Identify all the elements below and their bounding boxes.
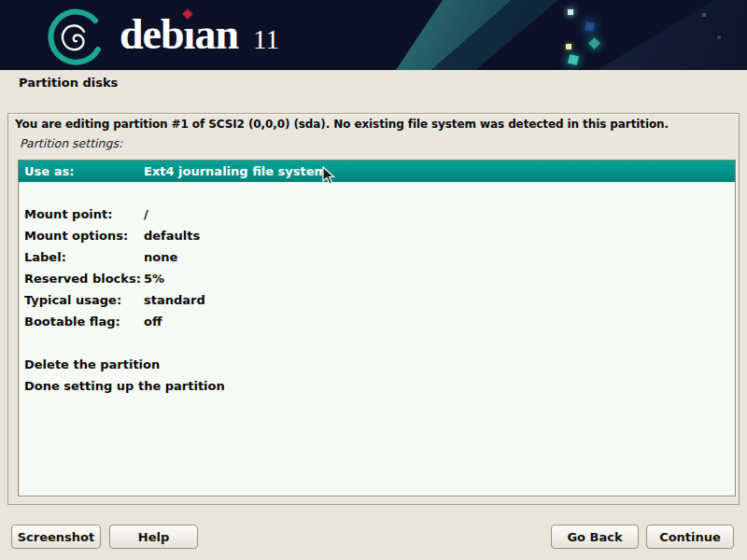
- list-item[interactable]: Mount options:defaults: [19, 225, 735, 246]
- setting-label: Mount point:: [19, 207, 144, 221]
- list-item[interactable]: Use as:Ext4 journaling file system: [19, 161, 735, 182]
- setting-label: Delete the partition: [19, 357, 144, 371]
- sparkle-icon: [568, 54, 579, 65]
- list-item[interactable]: Done setting up the partition: [19, 375, 735, 397]
- screenshot-button[interactable]: Screenshot: [11, 525, 101, 549]
- setting-value: standard: [144, 293, 735, 307]
- partition-settings-list[interactable]: Use as:Ext4 journaling file systemMount …: [18, 160, 736, 497]
- setting-value: Ext4 journaling file system: [144, 164, 735, 178]
- continue-button[interactable]: Continue: [646, 525, 734, 549]
- setting-value: 5%: [144, 272, 735, 286]
- debian-banner: debıan 11: [0, 0, 747, 70]
- sparkle-icon: [702, 13, 706, 17]
- setting-value: none: [144, 250, 735, 264]
- list-spacer-row: [19, 182, 735, 203]
- list-item[interactable]: Reserved blocks:5%: [19, 268, 735, 289]
- settings-label: Partition settings:: [20, 136, 122, 150]
- setting-value: off: [144, 315, 735, 329]
- sparkle-icon: [566, 44, 571, 49]
- setting-value: defaults: [144, 229, 735, 243]
- setting-label: Reserved blocks:: [19, 272, 144, 286]
- brand-version: 11: [253, 24, 279, 54]
- setting-label: Use as:: [19, 164, 144, 178]
- setting-label: Typical usage:: [19, 293, 144, 307]
- info-message: You are editing partition #1 of SCSI2 (0…: [15, 118, 733, 131]
- go-back-button[interactable]: Go Back: [551, 525, 639, 549]
- list-item[interactable]: Mount point:/: [19, 203, 735, 225]
- brand-name: debıan: [120, 10, 238, 58]
- list-item[interactable]: Typical usage:standard: [19, 289, 735, 311]
- list-item[interactable]: Bootable flag:off: [19, 311, 735, 332]
- debian-swirl-icon: [41, 6, 101, 65]
- setting-label: Mount options:: [19, 229, 144, 243]
- list-spacer-row: [19, 332, 735, 354]
- page-title: Partition disks: [19, 76, 118, 90]
- setting-label: Bootable flag:: [19, 315, 144, 329]
- sparkle-icon: [585, 21, 594, 31]
- banner-diagonal-right: [598, 0, 747, 70]
- setting-value: /: [144, 207, 735, 221]
- brand-wordmark: debıan 11: [120, 7, 279, 62]
- setting-label: Done setting up the partition: [19, 379, 144, 393]
- list-item[interactable]: Label:none: [19, 246, 735, 268]
- content-panel: You are editing partition #1 of SCSI2 (0…: [7, 113, 740, 505]
- sparkle-icon: [568, 9, 573, 15]
- setting-label: Label:: [19, 250, 144, 264]
- sparkle-icon: [717, 35, 721, 39]
- sparkle-icon: [588, 37, 600, 49]
- list-item[interactable]: Delete the partition: [19, 354, 735, 375]
- help-button[interactable]: Help: [109, 525, 198, 549]
